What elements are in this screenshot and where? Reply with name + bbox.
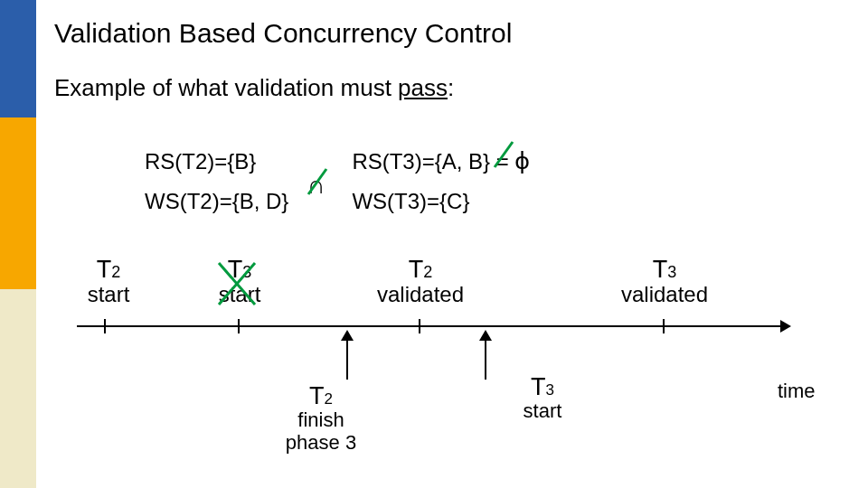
timeline-label-t2-start: T2 start <box>77 256 140 307</box>
side-bar-cream <box>0 289 36 488</box>
rs-t2: RS(T2)={B} <box>145 142 305 182</box>
phi-symbol: ϕ <box>514 148 530 174</box>
timeline-label-t3-validated: T3 validated <box>610 256 719 307</box>
intersect-symbol: ∩ <box>307 171 325 199</box>
t3-start-crossed-text: start <box>219 282 261 306</box>
subtitle-post: : <box>448 74 454 101</box>
time-axis-label: time <box>778 380 816 403</box>
t3-validated-text: validated <box>621 282 708 306</box>
side-accent-bar <box>0 0 36 488</box>
t3-start-below-text: start <box>524 399 562 422</box>
subtitle-pre: Example of what validation must <box>54 74 398 101</box>
timeline: T2 start T3 start T2 validated T3 valida… <box>77 249 791 361</box>
timeline-label-t2-finish: T2 finish phase 3 <box>267 382 375 454</box>
t2-finish-l2: finish <box>297 408 344 431</box>
page-title: Validation Based Concurrency Control <box>54 18 512 49</box>
side-bar-gold <box>0 117 36 289</box>
ws-t2: WS(T2)={B, D} <box>145 183 305 221</box>
up-arrow-icon <box>341 330 354 380</box>
set-expressions: RS(T2)={B} ∩ RS(T3)={A, B} = <box>143 140 548 222</box>
t2-finish-l3: phase 3 <box>286 431 356 454</box>
ws-t3: WS(T3)={C} <box>352 183 546 221</box>
timeline-axis <box>77 325 782 327</box>
side-bar-blue <box>0 0 36 117</box>
timeline-label-t3-start-below: T3 start <box>506 373 579 423</box>
up-arrow-icon <box>479 330 492 380</box>
subtitle: Example of what validation must pass: <box>54 74 454 102</box>
timeline-label-t2-validated: T2 validated <box>366 256 475 307</box>
equals-sign: = <box>496 149 509 174</box>
timeline-arrowhead-icon <box>780 320 791 333</box>
timeline-label-t3-start-crossed: T3 start <box>208 256 271 307</box>
t2-start-text: start <box>88 282 130 306</box>
t2-validated-text: validated <box>377 282 464 306</box>
subtitle-underlined: pass <box>398 74 448 101</box>
rs-t3: RS(T3)={A, B} <box>352 149 490 174</box>
